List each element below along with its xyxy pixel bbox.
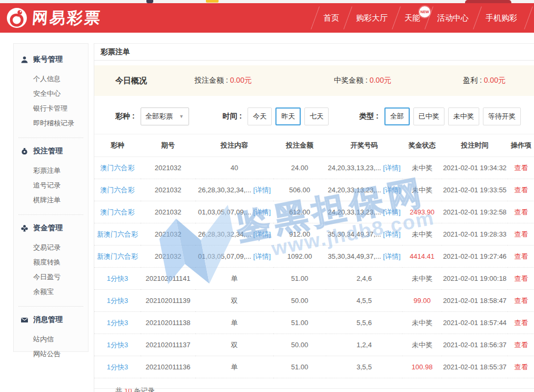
view-link[interactable]: 查看 xyxy=(515,186,528,194)
type-filter-button-已中奖[interactable]: 已中奖 xyxy=(413,107,444,125)
nav-item-label: 活动中心 xyxy=(437,13,469,23)
nav-item[interactable]: 首页 xyxy=(315,3,348,33)
numbers-detail-link[interactable]: [详情] xyxy=(383,208,400,216)
lottery-link[interactable]: 1分快3 xyxy=(107,363,128,371)
sidebar-item-棋牌注单[interactable]: 棋牌注单 xyxy=(14,193,88,208)
site-header: 网易彩票 首页 购彩大厅 天能NEW 活动中心 手机购彩 xyxy=(0,3,534,33)
issue-cell: 202102011136 xyxy=(141,356,195,378)
numbers-detail-link[interactable]: [详情] xyxy=(383,252,400,260)
sidebar-item-额度转换[interactable]: 额度转换 xyxy=(14,255,88,270)
sidebar-section-资金管理[interactable]: 资金管理 xyxy=(14,223,88,233)
view-link[interactable]: 查看 xyxy=(515,297,528,305)
view-link[interactable]: 查看 xyxy=(515,275,528,282)
view-link[interactable]: 查看 xyxy=(515,319,528,327)
content-cell: 单 xyxy=(195,356,273,378)
sidebar-item-站内信[interactable]: 站内信 xyxy=(14,332,88,347)
lottery-link[interactable]: 澳门六合彩 xyxy=(101,164,135,172)
lottery-link[interactable]: 新澳门六合彩 xyxy=(97,230,138,238)
sidebar-item-安全中心[interactable]: 安全中心 xyxy=(14,86,88,101)
time-filter-button-昨天[interactable]: 昨天 xyxy=(275,107,301,125)
content-cell: 40 xyxy=(195,157,273,179)
sidebar-section-账号管理[interactable]: 账号管理 xyxy=(14,54,88,65)
table-row: 1分快3 202102011138 单 51.00 5,5,6 未中奖 2021… xyxy=(94,312,534,334)
stat-win-amount-value: 0.00元 xyxy=(370,76,391,84)
view-link[interactable]: 查看 xyxy=(515,252,528,260)
amount-cell: 912.00 xyxy=(273,223,326,246)
type-filter-button-未中奖[interactable]: 未中奖 xyxy=(448,107,479,125)
type-filter-button-等待开奖[interactable]: 等待开奖 xyxy=(483,107,521,125)
lottery-link[interactable]: 1分快3 xyxy=(107,319,128,327)
column-header-彩种: 彩种 xyxy=(94,134,141,157)
content-cell: 双 xyxy=(195,334,273,356)
view-link[interactable]: 查看 xyxy=(515,341,528,349)
status-cell: 未中奖 xyxy=(412,164,432,172)
sidebar-item-即时稽核记录[interactable]: 即时稽核记录 xyxy=(14,116,88,131)
type-filter-label: 类型 : xyxy=(359,112,379,121)
nav-item[interactable]: 购彩大厅 xyxy=(348,3,396,33)
numbers-cell: 24,20,33,13,23,... [详情] xyxy=(326,201,402,223)
nav-item[interactable]: 活动中心 xyxy=(429,3,477,33)
sidebar-item-追号记录[interactable]: 追号记录 xyxy=(14,178,88,193)
content-detail-link[interactable]: [详情] xyxy=(253,186,271,194)
numbers-cell: 2,4,6 xyxy=(326,268,402,290)
view-link[interactable]: 查看 xyxy=(515,164,528,172)
lottery-link[interactable]: 新澳门六合彩 xyxy=(97,252,138,260)
content-detail-link[interactable]: [详情] xyxy=(253,230,271,238)
numbers-cell: 4,5,5 xyxy=(326,290,402,312)
today-overview: 今日概况 投注金额 : 0.00元 中奖金额 : 0.00元 盈利 : 0.00… xyxy=(94,65,534,96)
sidebar: 账号管理个人信息安全中心银行卡管理即时稽核记录投注管理彩票注单追号记录棋牌注单资… xyxy=(13,43,88,352)
numbers-cell: 24,20,33,13,23,... [详情] xyxy=(326,157,402,179)
view-link[interactable]: 查看 xyxy=(515,363,528,371)
numbers-detail-link[interactable]: [详情] xyxy=(383,164,400,172)
chevron-down-icon: ▼ xyxy=(179,114,184,119)
table-header-row: 彩种期号投注内容投注金额开奖号码奖金状态投注时间操作项 xyxy=(94,134,534,157)
column-header-投注时间: 投注时间 xyxy=(442,134,508,157)
content-detail-link[interactable]: [详情] xyxy=(253,208,271,216)
sidebar-item-个人信息[interactable]: 个人信息 xyxy=(14,72,88,86)
sidebar-item-银行卡管理[interactable]: 银行卡管理 xyxy=(14,101,88,116)
nav-item-label: 首页 xyxy=(323,13,339,23)
status-cell: 未中奖 xyxy=(412,275,432,282)
site-logo[interactable]: 网易彩票 xyxy=(0,7,102,29)
envelope-icon xyxy=(21,316,28,324)
time-filter-button-七天[interactable]: 七天 xyxy=(304,107,329,125)
numbers-cell: 3,5,5 xyxy=(326,356,402,378)
sidebar-section-投注管理[interactable]: 投注管理 xyxy=(14,146,88,156)
moneybag-icon xyxy=(21,148,28,155)
numbers-detail-link[interactable]: [详情] xyxy=(383,186,400,194)
type-filter-button-全部[interactable]: 全部 xyxy=(384,107,410,125)
sidebar-section-消息管理[interactable]: 消息管理 xyxy=(14,315,88,325)
nav-item[interactable]: 天能NEW xyxy=(396,3,429,33)
yellow-banner-fragment xyxy=(206,0,219,3)
issue-cell: 202102011139 xyxy=(141,290,195,312)
content-detail-link[interactable]: [详情] xyxy=(253,252,271,260)
numbers-detail-link[interactable]: [详情] xyxy=(383,230,400,238)
time-cell: 2021-02-01 19:27:46 xyxy=(442,246,508,268)
issue-cell: 202102011137 xyxy=(141,334,195,356)
table-row: 新澳门六合彩 2021032 01,03,05,07,09,... [详情] 1… xyxy=(94,246,534,268)
sidebar-item-交易记录[interactable]: 交易记录 xyxy=(14,240,88,255)
page-title: 彩票注单 xyxy=(94,43,534,61)
numbers-cell: 24,20,33,13,23,... [详情] xyxy=(326,179,402,201)
nav-item-label: 天能 xyxy=(404,13,420,23)
lottery-link[interactable]: 澳门六合彩 xyxy=(101,208,135,216)
table-row: 新澳门六合彩 2021032 26,28,30,32,34,... [详情] 9… xyxy=(94,223,534,246)
table-row: 澳门六合彩 2021032 40 24.00 24,20,33,13,23,..… xyxy=(94,157,534,179)
sidebar-item-今日盈亏[interactable]: 今日盈亏 xyxy=(14,270,88,285)
column-header-投注内容: 投注内容 xyxy=(195,134,273,157)
time-filter-button-今天[interactable]: 今天 xyxy=(248,107,272,125)
view-link[interactable]: 查看 xyxy=(515,208,528,216)
sidebar-item-网站公告[interactable]: 网站公告 xyxy=(14,347,88,361)
view-link[interactable]: 查看 xyxy=(515,230,528,238)
sidebar-item-余额宝[interactable]: 余额宝 xyxy=(14,285,88,299)
lottery-link[interactable]: 1分快3 xyxy=(107,341,128,349)
lottery-link[interactable]: 1分快3 xyxy=(107,297,128,305)
lottery-link[interactable]: 澳门六合彩 xyxy=(101,186,135,194)
sidebar-item-彩票注单[interactable]: 彩票注单 xyxy=(14,163,88,178)
nav-item[interactable]: 手机购彩 xyxy=(477,3,526,33)
bet-records-table: 彩种期号投注内容投注金额开奖号码奖金状态投注时间操作项 澳门六合彩 202103… xyxy=(94,134,534,378)
lottery-select[interactable]: 全部彩票 ▼ xyxy=(141,107,189,125)
lottery-link[interactable]: 1分快3 xyxy=(107,275,128,282)
sidebar-item-list: 站内信网站公告 xyxy=(14,332,88,361)
sidebar-divider xyxy=(18,306,83,307)
